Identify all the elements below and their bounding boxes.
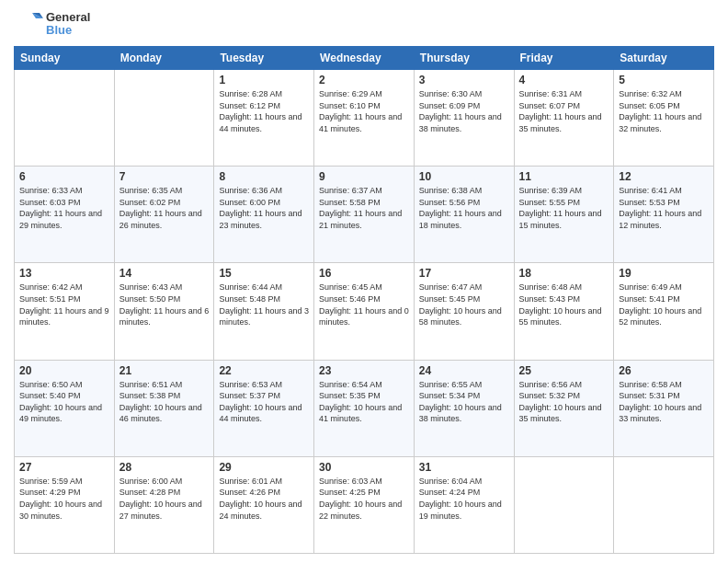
- logo-blue: Blue: [46, 24, 90, 37]
- calendar-cell: 28Sunrise: 6:00 AM Sunset: 4:28 PM Dayli…: [114, 456, 214, 553]
- day-number: 10: [419, 170, 509, 183]
- calendar-cell: 17Sunrise: 6:47 AM Sunset: 5:45 PM Dayli…: [414, 263, 514, 360]
- calendar-cell: 11Sunrise: 6:39 AM Sunset: 5:55 PM Dayli…: [514, 167, 614, 263]
- day-number: 16: [319, 267, 409, 280]
- day-info: Sunrise: 6:49 AM Sunset: 5:41 PM Dayligh…: [619, 282, 709, 327]
- calendar-cell: 15Sunrise: 6:44 AM Sunset: 5:48 PM Dayli…: [214, 263, 314, 360]
- day-info: Sunrise: 6:00 AM Sunset: 4:28 PM Dayligh…: [119, 476, 210, 522]
- calendar-cell: 29Sunrise: 6:01 AM Sunset: 4:26 PM Dayli…: [214, 456, 314, 553]
- calendar-cell: 2Sunrise: 6:29 AM Sunset: 6:10 PM Daylig…: [314, 70, 415, 167]
- calendar-cell: 12Sunrise: 6:41 AM Sunset: 5:53 PM Dayli…: [614, 167, 714, 263]
- day-number: 31: [419, 461, 509, 474]
- day-number: 20: [19, 364, 109, 377]
- calendar-cell: 30Sunrise: 6:03 AM Sunset: 4:25 PM Dayli…: [314, 456, 415, 553]
- day-info: Sunrise: 6:28 AM Sunset: 6:12 PM Dayligh…: [219, 88, 309, 134]
- weekday-header-saturday: Saturday: [614, 47, 714, 70]
- calendar-cell: 5Sunrise: 6:32 AM Sunset: 6:05 PM Daylig…: [614, 70, 714, 167]
- day-info: Sunrise: 6:04 AM Sunset: 4:24 PM Dayligh…: [419, 476, 509, 522]
- day-number: 17: [419, 267, 509, 280]
- day-info: Sunrise: 6:56 AM Sunset: 5:32 PM Dayligh…: [519, 379, 609, 425]
- day-info: Sunrise: 6:55 AM Sunset: 5:34 PM Dayligh…: [419, 379, 509, 425]
- calendar-cell: 31Sunrise: 6:04 AM Sunset: 4:24 PM Dayli…: [414, 456, 514, 553]
- day-number: 2: [319, 74, 409, 86]
- week-row-3: 13Sunrise: 6:42 AM Sunset: 5:51 PM Dayli…: [15, 263, 714, 360]
- calendar-cell: 1Sunrise: 6:28 AM Sunset: 6:12 PM Daylig…: [214, 70, 314, 167]
- logo: General Blue: [14, 9, 90, 39]
- calendar-cell: 14Sunrise: 6:43 AM Sunset: 5:50 PM Dayli…: [114, 263, 214, 360]
- day-info: Sunrise: 5:59 AM Sunset: 4:29 PM Dayligh…: [19, 476, 109, 522]
- calendar-cell: 22Sunrise: 6:53 AM Sunset: 5:37 PM Dayli…: [214, 360, 314, 456]
- calendar-cell: [114, 70, 214, 167]
- day-number: 1: [219, 74, 309, 86]
- week-row-2: 6Sunrise: 6:33 AM Sunset: 6:03 PM Daylig…: [15, 167, 714, 263]
- day-info: Sunrise: 6:48 AM Sunset: 5:43 PM Dayligh…: [519, 282, 609, 327]
- day-number: 19: [619, 267, 709, 280]
- header: General Blue: [14, 9, 714, 39]
- day-number: 25: [519, 364, 609, 377]
- logo-container: General Blue: [14, 9, 90, 39]
- day-number: 3: [419, 74, 509, 86]
- calendar-cell: [614, 456, 714, 553]
- day-info: Sunrise: 6:47 AM Sunset: 5:45 PM Dayligh…: [419, 282, 509, 327]
- day-info: Sunrise: 6:50 AM Sunset: 5:40 PM Dayligh…: [19, 379, 109, 425]
- calendar-cell: 25Sunrise: 6:56 AM Sunset: 5:32 PM Dayli…: [514, 360, 614, 456]
- weekday-header-wednesday: Wednesday: [314, 47, 415, 70]
- weekday-header-friday: Friday: [514, 47, 614, 70]
- calendar-cell: 8Sunrise: 6:36 AM Sunset: 6:00 PM Daylig…: [214, 167, 314, 263]
- day-info: Sunrise: 6:45 AM Sunset: 5:46 PM Dayligh…: [319, 282, 409, 327]
- calendar-cell: [514, 456, 614, 553]
- calendar-cell: 18Sunrise: 6:48 AM Sunset: 5:43 PM Dayli…: [514, 263, 614, 360]
- day-info: Sunrise: 6:30 AM Sunset: 6:09 PM Dayligh…: [419, 88, 509, 134]
- day-number: 21: [119, 364, 210, 377]
- day-info: Sunrise: 6:29 AM Sunset: 6:10 PM Dayligh…: [319, 88, 409, 134]
- day-info: Sunrise: 6:38 AM Sunset: 5:56 PM Dayligh…: [419, 185, 509, 231]
- day-number: 9: [319, 170, 409, 183]
- calendar-cell: 13Sunrise: 6:42 AM Sunset: 5:51 PM Dayli…: [15, 263, 115, 360]
- calendar-cell: 24Sunrise: 6:55 AM Sunset: 5:34 PM Dayli…: [414, 360, 514, 456]
- calendar-cell: 9Sunrise: 6:37 AM Sunset: 5:58 PM Daylig…: [314, 167, 415, 263]
- day-info: Sunrise: 6:54 AM Sunset: 5:35 PM Dayligh…: [319, 379, 409, 425]
- weekday-header-thursday: Thursday: [414, 47, 514, 70]
- calendar-cell: 6Sunrise: 6:33 AM Sunset: 6:03 PM Daylig…: [15, 167, 115, 263]
- day-number: 30: [319, 461, 409, 474]
- day-info: Sunrise: 6:51 AM Sunset: 5:38 PM Dayligh…: [119, 379, 210, 425]
- day-number: 29: [219, 461, 309, 474]
- calendar-cell: [15, 70, 115, 167]
- day-number: 27: [19, 461, 109, 474]
- week-row-4: 20Sunrise: 6:50 AM Sunset: 5:40 PM Dayli…: [15, 360, 714, 456]
- day-info: Sunrise: 6:37 AM Sunset: 5:58 PM Dayligh…: [319, 185, 409, 231]
- day-number: 22: [219, 364, 309, 377]
- day-number: 13: [19, 267, 109, 280]
- calendar-cell: 19Sunrise: 6:49 AM Sunset: 5:41 PM Dayli…: [614, 263, 714, 360]
- week-row-5: 27Sunrise: 5:59 AM Sunset: 4:29 PM Dayli…: [15, 456, 714, 553]
- day-info: Sunrise: 6:31 AM Sunset: 6:07 PM Dayligh…: [519, 88, 609, 134]
- day-number: 14: [119, 267, 210, 280]
- day-number: 23: [319, 364, 409, 377]
- day-info: Sunrise: 6:44 AM Sunset: 5:48 PM Dayligh…: [219, 282, 309, 327]
- calendar-cell: 10Sunrise: 6:38 AM Sunset: 5:56 PM Dayli…: [414, 167, 514, 263]
- week-row-1: 1Sunrise: 6:28 AM Sunset: 6:12 PM Daylig…: [15, 70, 714, 167]
- calendar-cell: 20Sunrise: 6:50 AM Sunset: 5:40 PM Dayli…: [15, 360, 115, 456]
- day-info: Sunrise: 6:42 AM Sunset: 5:51 PM Dayligh…: [19, 282, 109, 327]
- weekday-header-sunday: Sunday: [15, 47, 115, 70]
- weekday-header-tuesday: Tuesday: [214, 47, 314, 70]
- day-number: 6: [19, 170, 109, 183]
- calendar-cell: 3Sunrise: 6:30 AM Sunset: 6:09 PM Daylig…: [414, 70, 514, 167]
- weekday-header-row: SundayMondayTuesdayWednesdayThursdayFrid…: [15, 47, 714, 70]
- day-info: Sunrise: 6:35 AM Sunset: 6:02 PM Dayligh…: [119, 185, 210, 231]
- day-number: 24: [419, 364, 509, 377]
- day-number: 11: [519, 170, 609, 183]
- logo-general: General: [46, 11, 90, 24]
- day-number: 15: [219, 267, 309, 280]
- weekday-header-monday: Monday: [114, 47, 214, 70]
- day-number: 26: [619, 364, 709, 377]
- day-number: 28: [119, 461, 210, 474]
- day-info: Sunrise: 6:43 AM Sunset: 5:50 PM Dayligh…: [119, 282, 210, 327]
- day-info: Sunrise: 6:39 AM Sunset: 5:55 PM Dayligh…: [519, 185, 609, 231]
- calendar-cell: 23Sunrise: 6:54 AM Sunset: 5:35 PM Dayli…: [314, 360, 415, 456]
- logo-text: General Blue: [46, 11, 90, 38]
- day-info: Sunrise: 6:03 AM Sunset: 4:25 PM Dayligh…: [319, 476, 409, 522]
- day-info: Sunrise: 6:41 AM Sunset: 5:53 PM Dayligh…: [619, 185, 709, 231]
- day-info: Sunrise: 6:32 AM Sunset: 6:05 PM Dayligh…: [619, 88, 709, 134]
- calendar-cell: 27Sunrise: 5:59 AM Sunset: 4:29 PM Dayli…: [15, 456, 115, 553]
